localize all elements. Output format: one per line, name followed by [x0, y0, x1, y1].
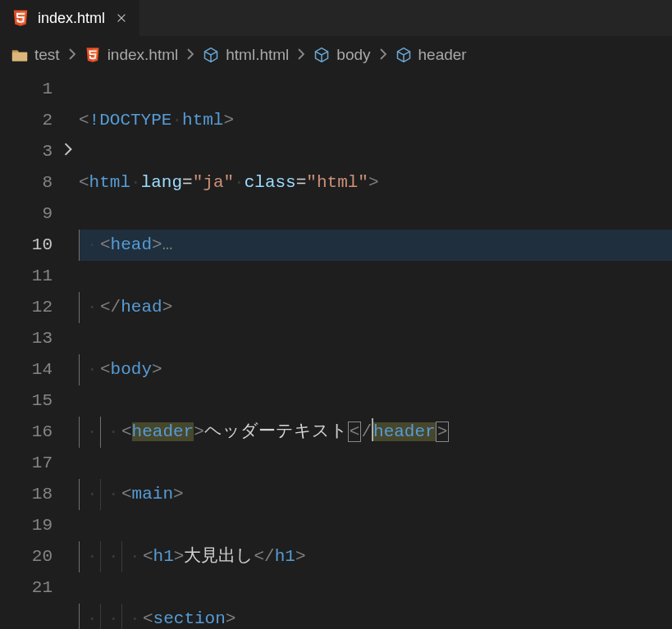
cube-icon	[313, 47, 330, 63]
line-number: 8	[0, 167, 53, 198]
cube-icon	[203, 47, 219, 63]
breadcrumb-label: body	[336, 46, 370, 64]
code-line[interactable]: </head>	[79, 292, 672, 323]
line-number: 9	[0, 198, 53, 230]
cube-icon	[395, 47, 412, 63]
code-line[interactable]: <header>ヘッダーテキスト</header>	[79, 417, 672, 448]
breadcrumb-test[interactable]: test	[11, 46, 60, 64]
tab-label: index.html	[38, 10, 105, 27]
fold-chevron-right-icon[interactable]	[59, 143, 77, 156]
line-number: 11	[0, 261, 53, 292]
line-number: 10	[0, 230, 53, 261]
code-line[interactable]: <section>	[79, 604, 672, 629]
tab-index-html[interactable]: index.html	[0, 0, 140, 36]
code-area[interactable]: <!DOCTYPE·html> <html·lang="ja"·class="h…	[79, 74, 672, 629]
line-number: 19	[0, 510, 53, 541]
code-line[interactable]: <html·lang="ja"·class="html">	[79, 167, 672, 198]
html5-icon	[11, 9, 30, 27]
line-number: 12	[0, 292, 53, 323]
breadcrumb-label: index.html	[107, 46, 179, 64]
close-icon[interactable]	[113, 10, 130, 26]
code-line[interactable]: <h1>大見出し</h1>	[79, 541, 672, 572]
breadcrumb-label: test	[34, 46, 60, 64]
chevron-right-icon	[297, 48, 305, 62]
html5-icon	[85, 47, 101, 63]
line-number: 1	[0, 74, 53, 105]
line-number: 14	[0, 354, 53, 385]
line-number: 3	[0, 136, 53, 167]
line-number: 21	[0, 572, 53, 604]
breadcrumb-header[interactable]: header	[395, 46, 467, 64]
line-number: 2	[0, 105, 53, 136]
code-line[interactable]: <!DOCTYPE·html>	[79, 105, 672, 136]
chevron-right-icon	[379, 48, 387, 62]
code-line[interactable]: <head>…	[79, 230, 672, 261]
line-number: 20	[0, 541, 53, 572]
chevron-right-icon	[68, 48, 76, 62]
breadcrumb-label: header	[418, 46, 467, 64]
breadcrumb-index-html[interactable]: index.html	[85, 46, 179, 64]
chevron-right-icon	[186, 48, 194, 62]
line-number: 15	[0, 385, 53, 417]
code-line[interactable]: <body>	[79, 354, 672, 385]
breadcrumb-label: html.html	[226, 46, 289, 64]
tab-bar: index.html	[0, 0, 672, 36]
folder-icon	[11, 48, 28, 62]
line-number: 18	[0, 479, 53, 510]
breadcrumb: test index.html html.html body header	[0, 36, 672, 74]
fold-column	[59, 74, 79, 629]
line-number: 16	[0, 417, 53, 448]
code-line[interactable]: <main>	[79, 479, 672, 510]
breadcrumb-html-html[interactable]: html.html	[203, 46, 289, 64]
line-number: 13	[0, 323, 53, 354]
line-number-gutter: 1 2 3 8 9 10 11 12 13 14 15 16 17 18 19 …	[0, 74, 59, 629]
breadcrumb-body[interactable]: body	[313, 46, 370, 64]
code-editor[interactable]: 1 2 3 8 9 10 11 12 13 14 15 16 17 18 19 …	[0, 74, 672, 629]
line-number: 17	[0, 448, 53, 479]
